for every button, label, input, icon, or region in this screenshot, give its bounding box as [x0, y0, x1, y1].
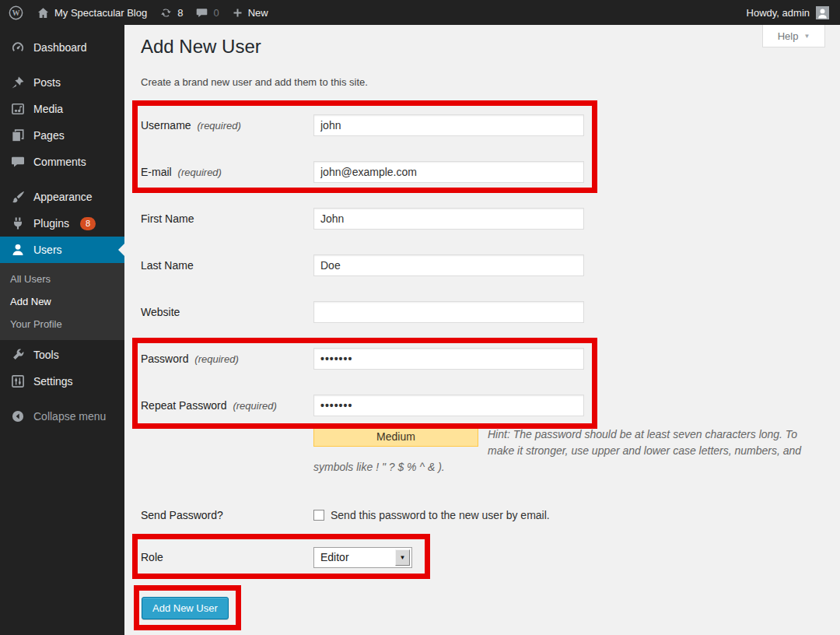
new-content-link[interactable]: New	[232, 7, 268, 19]
email-label: E-mail (required)	[141, 166, 313, 178]
role-select[interactable]: Editor ▼	[313, 547, 412, 568]
last-name-input[interactable]	[313, 254, 584, 276]
sidebar-label: Plugins	[33, 217, 69, 230]
svg-text:W: W	[12, 9, 19, 17]
send-password-row: Send Password? Send this password to the…	[141, 504, 550, 526]
admin-sidebar: Dashboard Posts Media Pages	[0, 25, 124, 635]
chevron-down-icon: ▼	[803, 33, 810, 40]
pushpin-icon	[10, 75, 26, 90]
home-icon	[37, 6, 50, 19]
sidebar-item-pages[interactable]: Pages	[0, 122, 124, 149]
send-password-label: Send Password?	[141, 509, 313, 521]
sidebar-label: Media	[33, 103, 63, 115]
send-password-checkbox-label: Send this password to the new user by em…	[331, 509, 550, 521]
sidebar-item-posts[interactable]: Posts	[0, 69, 124, 96]
sidebar-item-media[interactable]: Media	[0, 96, 124, 122]
new-label: New	[248, 7, 268, 19]
comment-bubble-icon	[10, 154, 26, 170]
sidebar-item-settings[interactable]: Settings	[0, 368, 124, 395]
submenu-item-your-profile[interactable]: Your Profile	[0, 313, 124, 335]
wordpress-logo-icon: W	[8, 5, 24, 21]
main-content: Help ▼ Add New User Create a brand new u…	[124, 25, 840, 635]
collapse-menu-button[interactable]: Collapse menu	[0, 403, 124, 430]
wrench-icon	[10, 347, 26, 363]
first-name-input[interactable]	[313, 208, 584, 230]
send-password-checkbox[interactable]	[313, 510, 324, 521]
email-row: E-mail (required)	[141, 161, 584, 183]
settings-sliders-icon	[10, 374, 26, 389]
username-input[interactable]	[313, 114, 584, 136]
role-label: Role	[141, 551, 313, 563]
sidebar-label: Collapse menu	[33, 410, 106, 423]
update-count: 8	[177, 7, 183, 19]
sidebar-item-tools[interactable]: Tools	[0, 342, 124, 368]
website-label: Website	[141, 306, 313, 318]
plug-icon	[10, 216, 26, 231]
howdy-text: Howdy, admin	[747, 7, 810, 19]
pages-icon	[10, 128, 26, 143]
password-strength-block: Medium Hint: The password should be at l…	[313, 426, 814, 475]
last-name-label: Last Name	[141, 259, 313, 272]
brush-icon	[10, 189, 26, 205]
role-select-value: Editor	[320, 551, 349, 563]
plus-icon	[232, 7, 243, 19]
password-strength-meter: Medium	[313, 426, 478, 447]
page-title: Add New User	[141, 36, 261, 58]
wordpress-logo-menu[interactable]: W	[8, 5, 24, 21]
sidebar-label: Settings	[33, 375, 73, 388]
media-icon	[10, 101, 26, 117]
admin-bar: W My Spectacular Blog 8 0	[0, 0, 840, 25]
password-input[interactable]	[313, 348, 584, 370]
sidebar-label: Appearance	[33, 191, 93, 203]
comment-bubble-icon	[195, 6, 208, 19]
sidebar-label: Users	[33, 244, 62, 256]
comment-count: 0	[213, 7, 219, 19]
select-dropdown-arrow-icon: ▼	[395, 549, 410, 566]
comments-link[interactable]: 0	[195, 6, 219, 19]
last-name-row: Last Name	[141, 254, 584, 276]
help-label: Help	[778, 30, 799, 42]
sidebar-item-appearance[interactable]: Appearance	[0, 184, 124, 210]
password-label: Password (required)	[141, 353, 313, 365]
sidebar-item-comments[interactable]: Comments	[0, 149, 124, 175]
repeat-password-input[interactable]	[313, 395, 584, 416]
repeat-password-label: Repeat Password (required)	[141, 399, 313, 412]
role-row: Role Editor ▼	[141, 546, 412, 568]
updates-link[interactable]: 8	[159, 6, 183, 19]
sidebar-label: Pages	[33, 129, 65, 142]
add-new-user-button[interactable]: Add New User	[142, 597, 229, 619]
avatar[interactable]	[816, 6, 829, 19]
wordpress-admin-screen: W My Spectacular Blog 8 0	[0, 0, 840, 635]
sidebar-label: Dashboard	[33, 41, 87, 54]
site-name-link[interactable]: My Spectacular Blog	[37, 6, 147, 19]
first-name-label: First Name	[141, 212, 313, 225]
sidebar-label: Posts	[33, 76, 61, 89]
website-row: Website	[141, 301, 584, 323]
sidebar-label: Comments	[33, 156, 86, 168]
collapse-arrow-icon	[10, 409, 26, 424]
site-name: My Spectacular Blog	[54, 7, 147, 19]
submenu-item-add-new[interactable]: Add New	[0, 290, 124, 313]
dashboard-icon	[10, 40, 26, 55]
username-row: Username (required)	[141, 114, 584, 136]
first-name-row: First Name	[141, 208, 584, 230]
page-subtitle: Create a brand new user and add them to …	[141, 76, 368, 88]
repeat-password-row: Repeat Password (required)	[141, 395, 584, 416]
username-label: Username (required)	[141, 119, 313, 132]
plugins-update-badge: 8	[80, 217, 96, 230]
email-input[interactable]	[313, 161, 584, 183]
user-icon	[10, 242, 26, 258]
help-button[interactable]: Help ▼	[762, 25, 825, 47]
submenu-item-all-users[interactable]: All Users	[0, 268, 124, 290]
howdy-account-link[interactable]: Howdy, admin	[747, 7, 810, 19]
website-input[interactable]	[313, 301, 584, 323]
updates-icon	[159, 6, 173, 19]
sidebar-item-plugins[interactable]: Plugins 8	[0, 210, 124, 237]
users-submenu: All Users Add New Your Profile	[0, 263, 124, 340]
sidebar-item-users[interactable]: Users	[0, 237, 124, 263]
sidebar-item-dashboard[interactable]: Dashboard	[0, 34, 124, 61]
password-row: Password (required)	[141, 348, 584, 370]
sidebar-label: Tools	[33, 349, 59, 361]
